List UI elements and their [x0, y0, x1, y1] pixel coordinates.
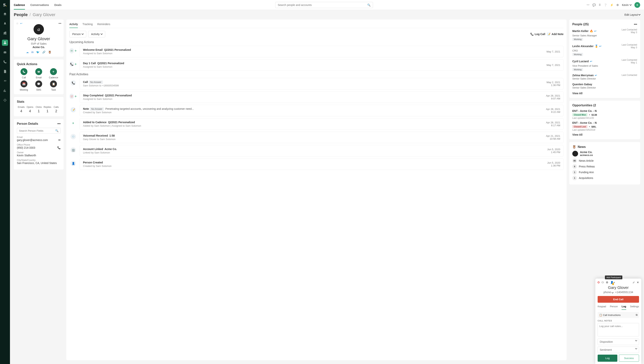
- rail-rocket-icon[interactable]: [2, 20, 8, 27]
- crumb-root[interactable]: People: [14, 12, 28, 17]
- tab-reminders[interactable]: Reminders: [97, 22, 110, 28]
- add-note-button[interactable]: 📝 Add Note: [547, 32, 563, 36]
- activity-row[interactable]: 📝 Note No Answer Penetrating targeted ac…: [69, 105, 563, 116]
- search-icon[interactable]: 🔍: [55, 129, 59, 132]
- breadcrumb-row: People / Gary Glover Edit Layout: [10, 10, 644, 20]
- news-category-row[interactable]: 1Funding Ann: [572, 170, 637, 174]
- success-button[interactable]: Success: [619, 354, 639, 362]
- news-company-name[interactable]: Acme Co.: [580, 150, 593, 154]
- people-panel-menu[interactable]: •••: [634, 22, 637, 26]
- qa-cadence[interactable]: ✈Cadence: [47, 68, 61, 79]
- add-participant-icon[interactable]: 👤+: [610, 281, 615, 284]
- activity-row[interactable]: 📞✈ Day 1 Call Q22021 PersonalizedAssigne…: [69, 59, 563, 71]
- user-menu[interactable]: Kevin: [622, 4, 631, 6]
- apps-icon[interactable]: ⠿: [599, 4, 601, 6]
- nav-cadence[interactable]: Cadence: [14, 0, 25, 10]
- news-category-row[interactable]: 6Press Releas: [572, 164, 637, 169]
- person-details-menu[interactable]: •••: [57, 122, 61, 126]
- person-fields-search[interactable]: 🔍: [17, 128, 61, 134]
- disposition-select[interactable]: Disposition: [598, 338, 639, 345]
- linkedin-icon[interactable]: in: [32, 50, 34, 54]
- stat-item: Calls2: [52, 106, 61, 113]
- rail-home-icon[interactable]: [2, 11, 8, 17]
- call-tab-keypad[interactable]: Keypad: [598, 305, 606, 310]
- activity-row[interactable]: ✈ Added to Cadence Q22021 PersonalizedAd…: [69, 118, 563, 130]
- phone-type-select[interactable]: phone: [603, 291, 613, 294]
- salesforce-icon[interactable]: ☁: [26, 50, 29, 54]
- news-category-row[interactable]: 1Acquisitions: [572, 176, 637, 180]
- people-list-item[interactable]: Cyril Luciard ↩ Last ContactedMay 1 Vice…: [572, 58, 637, 71]
- call-instructions[interactable]: 📋 Call Instructions ⧉: [598, 312, 639, 318]
- edit-layout-button[interactable]: Edit Layout: [624, 13, 640, 16]
- qa-task[interactable]: 📋Task: [47, 80, 61, 91]
- twitter-icon[interactable]: 🐦: [36, 50, 40, 54]
- open-external-icon[interactable]: ⧉: [636, 314, 637, 316]
- rail-phone-icon[interactable]: [2, 59, 8, 65]
- close-icon[interactable]: ✕: [637, 281, 639, 284]
- star-icon[interactable]: ☆: [16, 22, 19, 25]
- profile-menu[interactable]: •••: [59, 22, 61, 25]
- activity-row[interactable]: 👤 Person CreatedCreated by Sam Solomon J…: [69, 158, 563, 170]
- people-list-item[interactable]: Zelma Merryman ↩ Last Contacted Senior S…: [572, 74, 637, 80]
- news-category-row[interactable]: 85News Article: [572, 158, 637, 163]
- user-avatar[interactable]: ✈: [634, 2, 640, 8]
- rail-target-icon[interactable]: [2, 97, 8, 103]
- field-action-icon[interactable]: 📞: [57, 146, 61, 149]
- filter-activity[interactable]: Activity: [88, 31, 105, 37]
- activity-row[interactable]: ✉✈ Welcome Email Q22021 PersonalizedAssi…: [69, 46, 563, 57]
- activity-row[interactable]: 🏢 Account Linked Acme Co.Linked by Sam S…: [69, 145, 563, 156]
- settings-icon[interactable]: ⚙: [606, 281, 608, 284]
- qa-sms[interactable]: 💬SMS: [32, 80, 46, 91]
- rail-quote-icon[interactable]: [2, 78, 8, 84]
- gear-icon[interactable]: ⚙: [616, 4, 619, 6]
- people-list-item[interactable]: Quenten Gabay Senior Sales Director: [572, 83, 637, 89]
- activity-row[interactable]: 📞 Call No AnswerSam Solomon to +18000534…: [69, 78, 563, 90]
- opps-view-all[interactable]: View All: [572, 133, 637, 136]
- people-list-item[interactable]: Martin Keller 🔥↩ Last ContactedMay 3 Sen…: [572, 28, 637, 41]
- owler-icon[interactable]: 🦉: [48, 50, 51, 54]
- help-icon[interactable]: ❔: [604, 4, 607, 6]
- rail-mail-icon[interactable]: [2, 49, 8, 55]
- chat-icon[interactable]: 💬: [592, 4, 596, 6]
- call-notes-input[interactable]: [598, 323, 639, 336]
- search-input[interactable]: [278, 4, 367, 6]
- link-icon[interactable]: 🔗: [42, 50, 46, 54]
- sentiment-select[interactable]: Sentiment: [598, 346, 639, 353]
- news-company-domain[interactable]: acmeco.co: [580, 154, 593, 156]
- filter-person[interactable]: Person: [69, 31, 86, 37]
- activity-row[interactable]: ☑✈ Step Completed Q22021 PersonalizedAss…: [69, 92, 563, 103]
- opportunity-item[interactable]: ENT - Acme Co. - N Closed Won • $138 Las…: [572, 110, 637, 119]
- nav-conversations[interactable]: Conversations: [30, 0, 49, 10]
- people-view-all[interactable]: View All: [572, 92, 637, 95]
- field-action-icon[interactable]: ✉: [58, 138, 61, 142]
- log-call-button[interactable]: 📞 Log Call: [530, 32, 545, 36]
- opportunity-item[interactable]: ENT - Acme Co. - N Closed Lost • $80, La…: [572, 121, 637, 131]
- activity-icon[interactable]: 〰: [587, 4, 589, 6]
- profile-company[interactable]: Acme Co.: [17, 46, 61, 49]
- tab-activity[interactable]: Activity: [69, 22, 78, 28]
- call-tab-settings[interactable]: Settings: [630, 305, 639, 310]
- voicemail-icon[interactable]: ⚇: [601, 281, 604, 284]
- rail-doc-icon[interactable]: [2, 68, 8, 74]
- record-icon[interactable]: [598, 282, 599, 283]
- rail-building-icon[interactable]: [2, 30, 8, 36]
- bolt-icon[interactable]: ⚡: [610, 4, 613, 6]
- end-call-button[interactable]: End Call: [598, 296, 639, 303]
- expand-icon[interactable]: ⤢: [632, 281, 635, 284]
- person-fields-input[interactable]: [19, 129, 55, 132]
- qa-meeting[interactable]: 📅Meeting: [17, 80, 31, 91]
- nav-deals[interactable]: Deals: [55, 0, 62, 10]
- qa-email[interactable]: Email: [32, 68, 46, 79]
- reply-icon[interactable]: ↩: [20, 22, 23, 25]
- activity-row[interactable]: ⚇ Voicemail Received 1:58Gary Glover to …: [69, 132, 563, 143]
- tab-tracking[interactable]: Tracking: [83, 22, 93, 28]
- log-button[interactable]: Log: [598, 354, 617, 362]
- rail-person-icon[interactable]: [2, 40, 8, 46]
- qa-call[interactable]: Call: [17, 68, 31, 79]
- call-tab-person[interactable]: Person: [610, 305, 618, 310]
- rail-chart-icon[interactable]: [2, 88, 8, 94]
- search-icon[interactable]: 🔍: [367, 4, 370, 6]
- people-list-item[interactable]: Leslie Alexander 🏅↩ Last ContactedMay 3 …: [572, 44, 637, 56]
- global-search[interactable]: 🔍: [275, 2, 373, 8]
- call-tab-log[interactable]: Log: [621, 305, 626, 310]
